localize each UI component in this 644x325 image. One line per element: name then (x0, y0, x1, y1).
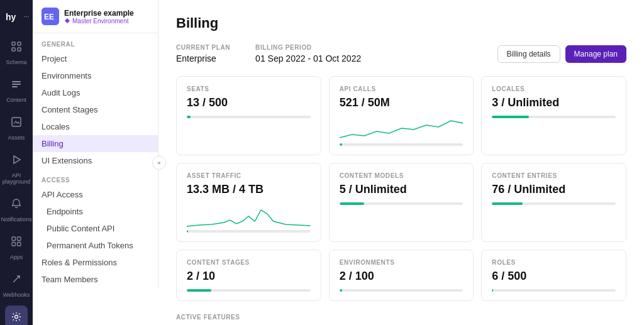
content-icon (5, 73, 28, 96)
locales-bar (492, 116, 616, 118)
nav-item-billing[interactable]: Billing (33, 135, 158, 152)
asset-traffic-chart (187, 202, 311, 228)
environments-label: ENVIRONMENTS (340, 259, 464, 266)
stat-roles: ROLES 6 / 500 (481, 250, 626, 301)
svg-marker-10 (14, 156, 20, 163)
content-models-value: 5 / Unlimited (340, 183, 464, 196)
billing-period-label: BILLING PERIOD (255, 44, 361, 51)
svg-rect-14 (18, 243, 21, 246)
roles-value: 6 / 500 (492, 270, 616, 283)
stat-content-models: CONTENT MODELS 5 / Unlimited (329, 163, 474, 242)
manage-plan-button[interactable]: Manage plan (565, 45, 626, 63)
content-stages-bar (187, 289, 311, 292)
content-entries-label: CONTENT ENTRIES (492, 172, 616, 179)
nav-item-locales[interactable]: Locales (33, 118, 158, 135)
svg-point-15 (15, 316, 18, 319)
nav-item-ui-extensions[interactable]: UI Extensions (33, 152, 158, 169)
sidebar-bottom: Notifications Apps Webhooks Project sett… (0, 190, 33, 325)
svg-text:hy: hy (6, 12, 16, 22)
nav-item-project[interactable]: Project (33, 50, 158, 67)
locales-bar-fill (492, 116, 529, 118)
collapse-sidebar-button[interactable]: « (152, 156, 166, 170)
sidebar-item-webhooks[interactable]: Webhooks (0, 265, 33, 300)
nav-item-team-members[interactable]: Team Members (33, 271, 158, 288)
api-calls-bar (340, 143, 464, 146)
svg-rect-11 (12, 237, 16, 241)
app-logo[interactable]: hy ··· (3, 8, 29, 25)
sidebar-item-project-settings[interactable]: Project settings (0, 303, 33, 325)
webhooks-icon (5, 268, 28, 290)
sidebar-item-content[interactable]: Content (0, 70, 33, 106)
notifications-label: Notifications (1, 216, 31, 223)
app-name-dots: ··· (23, 13, 29, 20)
nav-item-permanent-auth-tokens[interactable]: Permanent Auth Tokens (33, 237, 158, 254)
access-section-label: ACCESS (33, 169, 158, 186)
current-plan: CURRENT PLAN Enterprise (176, 44, 230, 63)
current-plan-label: CURRENT PLAN (176, 44, 230, 51)
stat-content-entries: CONTENT ENTRIES 76 / Unlimited (481, 163, 626, 242)
svg-rect-8 (12, 86, 18, 87)
stat-seats: SEATS 13 / 500 (176, 76, 321, 155)
project-avatar: EE (42, 8, 59, 25)
sidebar-item-assets[interactable]: Assets (0, 108, 33, 143)
page-title: Billing (176, 15, 626, 31)
stat-asset-traffic: ASSET TRAFFIC 13.3 MB / 4 TB (176, 163, 321, 242)
svg-rect-5 (18, 48, 21, 51)
nav-header: EE Enterprise example Master Environment (33, 0, 158, 33)
billing-period-value: 01 Sep 2022 - 01 Oct 2022 (255, 53, 361, 63)
api-playground-label: API playground (0, 172, 33, 185)
nav-item-api-access[interactable]: API Access (33, 186, 158, 203)
nav-item-environments[interactable]: Environments (33, 67, 158, 84)
nav-sidebar: EE Enterprise example Master Environment… (33, 0, 158, 288)
nav-item-audit-logs[interactable]: Audit Logs (33, 84, 158, 101)
general-section-label: GENERAL (33, 33, 158, 50)
asset-traffic-bar-fill (187, 230, 188, 233)
svg-text:EE: EE (44, 13, 54, 21)
content-stages-stat-label: CONTENT STAGES (187, 259, 311, 266)
asset-traffic-bar (187, 230, 311, 233)
project-name: Enterprise example (64, 9, 134, 18)
svg-marker-21 (65, 18, 70, 23)
svg-rect-12 (18, 237, 21, 241)
seats-value: 13 / 500 (187, 96, 311, 109)
seats-label: SEATS (187, 85, 311, 92)
app-sidebar: hy ··· Schema Content Assets API playgro… (0, 0, 33, 325)
locales-label: LOCALES (492, 85, 616, 92)
stats-grid: SEATS 13 / 500 API CALLS 521 / 50M LOCAL… (176, 76, 626, 301)
nav-item-roles-permissions[interactable]: Roles & Permissions (33, 254, 158, 271)
content-entries-bar-fill (492, 202, 523, 205)
api-calls-label: API CALLS (340, 85, 464, 92)
api-calls-value: 521 / 50M (340, 96, 464, 109)
sidebar-item-api-playground[interactable]: API playground (0, 146, 33, 187)
plan-actions: Billing details Manage plan (497, 45, 626, 63)
svg-rect-13 (12, 243, 16, 246)
billing-details-button[interactable]: Billing details (497, 45, 560, 63)
notifications-icon (5, 192, 28, 215)
environments-bar (340, 289, 464, 292)
nav-item-content-stages[interactable]: Content Stages (33, 101, 158, 118)
nav-header-text: Enterprise example Master Environment (64, 9, 134, 25)
nav-item-endpoints[interactable]: Endpoints (33, 203, 158, 220)
svg-rect-7 (12, 84, 21, 85)
project-env: Master Environment (64, 18, 134, 25)
sidebar-item-apps[interactable]: Apps (0, 228, 33, 263)
nav-item-public-content-api[interactable]: Public Content API (33, 220, 158, 237)
content-entries-bar (492, 202, 616, 205)
billing-period: BILLING PERIOD 01 Sep 2022 - 01 Oct 2022 (255, 44, 361, 63)
apps-icon (5, 230, 28, 253)
content-area: Billing CURRENT PLAN Enterprise BILLING … (158, 0, 644, 325)
sidebar-item-schema[interactable]: Schema (0, 33, 33, 68)
stat-environments: ENVIRONMENTS 2 / 100 (329, 250, 474, 301)
schema-label: Schema (6, 59, 26, 65)
content-stages-value: 2 / 10 (187, 270, 311, 283)
roles-label: ROLES (492, 259, 616, 266)
api-playground-icon (5, 148, 28, 171)
svg-rect-6 (12, 81, 21, 82)
sidebar-item-notifications[interactable]: Notifications (0, 190, 33, 225)
schema-icon (5, 35, 28, 58)
active-features-label: ACTIVE FEATURES (176, 314, 626, 321)
current-plan-value: Enterprise (176, 53, 230, 63)
stat-api-calls: API CALLS 521 / 50M (329, 76, 474, 155)
nav-sidebar-wrapper: EE Enterprise example Master Environment… (33, 0, 158, 325)
api-calls-chart (340, 116, 464, 141)
